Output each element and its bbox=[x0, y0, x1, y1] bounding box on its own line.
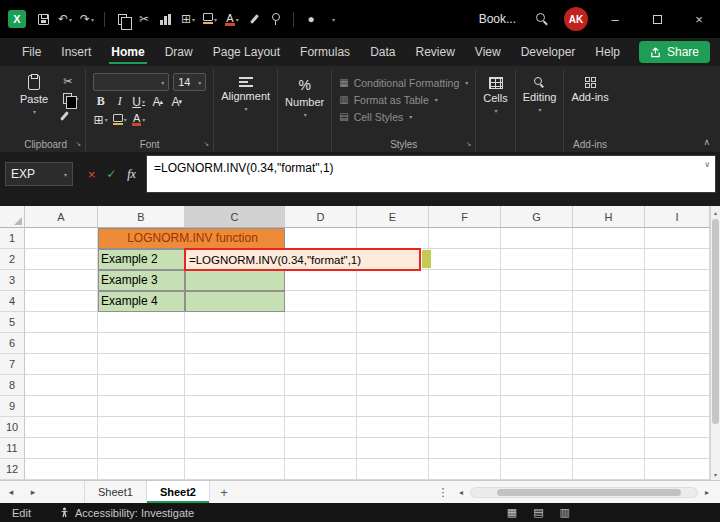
horizontal-scrollbar[interactable]: ◂ ▸ bbox=[454, 481, 714, 503]
column-header-B[interactable]: B bbox=[98, 206, 185, 228]
column-header-I[interactable]: I bbox=[645, 206, 710, 228]
borders-button[interactable]: ⊞▾ bbox=[178, 7, 198, 31]
column-header-A[interactable]: A bbox=[25, 206, 98, 228]
cell-C9[interactable] bbox=[185, 396, 285, 417]
row-header-1[interactable]: 1 bbox=[0, 228, 25, 249]
cell-A5[interactable] bbox=[25, 312, 98, 333]
cell-F8[interactable] bbox=[429, 375, 501, 396]
cell-A10[interactable] bbox=[25, 417, 98, 438]
underline-button[interactable]: U▾ bbox=[131, 94, 146, 109]
close-button[interactable]: × bbox=[678, 0, 720, 38]
cell-A2[interactable] bbox=[25, 249, 98, 270]
cell-F7[interactable] bbox=[429, 354, 501, 375]
cell-D8[interactable] bbox=[285, 375, 357, 396]
cell-H4[interactable] bbox=[573, 291, 645, 312]
cell-B2[interactable]: Example 2 bbox=[98, 249, 185, 270]
addins-button[interactable]: Add-ins bbox=[571, 71, 608, 103]
cell-G7[interactable] bbox=[501, 354, 573, 375]
touch-mode-button[interactable]: ● bbox=[301, 7, 321, 31]
cell-B6[interactable] bbox=[98, 333, 185, 354]
font-size-select[interactable]: 14▾ bbox=[173, 73, 206, 91]
cell-A7[interactable] bbox=[25, 354, 98, 375]
clipboard-dialog-launcher[interactable]: ↘ bbox=[75, 140, 81, 148]
cell-C12[interactable] bbox=[185, 459, 285, 480]
cell-F2[interactable] bbox=[429, 249, 501, 270]
menu-tab-page-layout[interactable]: Page Layout bbox=[203, 38, 290, 66]
cell-H10[interactable] bbox=[573, 417, 645, 438]
chart-button[interactable] bbox=[156, 7, 176, 31]
cell-D1[interactable] bbox=[285, 228, 357, 249]
cell-F9[interactable] bbox=[429, 396, 501, 417]
cell-E3[interactable] bbox=[357, 270, 429, 291]
cell-G2[interactable] bbox=[501, 249, 573, 270]
cell-C4[interactable] bbox=[185, 291, 285, 312]
menu-tab-help[interactable]: Help bbox=[585, 38, 630, 66]
cell-H7[interactable] bbox=[573, 354, 645, 375]
cell-C10[interactable] bbox=[185, 417, 285, 438]
cell-G6[interactable] bbox=[501, 333, 573, 354]
scroll-left-icon[interactable]: ◂ bbox=[454, 488, 468, 497]
cell-H5[interactable] bbox=[573, 312, 645, 333]
cut-button[interactable]: ✂ bbox=[134, 7, 154, 31]
cell-E10[interactable] bbox=[357, 417, 429, 438]
horizontal-scroll-thumb[interactable] bbox=[497, 489, 681, 496]
menu-tab-data[interactable]: Data bbox=[360, 38, 405, 66]
cell-G1[interactable] bbox=[501, 228, 573, 249]
undo-button[interactable]: ↶▾ bbox=[55, 7, 75, 31]
cell-G5[interactable] bbox=[501, 312, 573, 333]
menu-tab-review[interactable]: Review bbox=[405, 38, 464, 66]
row-header-12[interactable]: 12 bbox=[0, 459, 25, 480]
cell-I6[interactable] bbox=[645, 333, 710, 354]
cell-F5[interactable] bbox=[429, 312, 501, 333]
cell-I12[interactable] bbox=[645, 459, 710, 480]
cell-B8[interactable] bbox=[98, 375, 185, 396]
cell-C11[interactable] bbox=[185, 438, 285, 459]
cell-I1[interactable] bbox=[645, 228, 710, 249]
number-button[interactable]: % Number ▾ bbox=[285, 71, 324, 118]
fill-color-button[interactable]: ▾ bbox=[112, 112, 127, 127]
cell-I11[interactable] bbox=[645, 438, 710, 459]
cell-H8[interactable] bbox=[573, 375, 645, 396]
column-header-H[interactable]: H bbox=[573, 206, 645, 228]
cell-A3[interactable] bbox=[25, 270, 98, 291]
cell-E1[interactable] bbox=[357, 228, 429, 249]
cell-G9[interactable] bbox=[501, 396, 573, 417]
vertical-scrollbar[interactable]: ▴ ▾ bbox=[710, 206, 720, 480]
cancel-button[interactable]: × bbox=[83, 167, 100, 182]
cell-I9[interactable] bbox=[645, 396, 710, 417]
formula-edit-overlay[interactable]: =LOGNORM.INV(0.34,"format",1) bbox=[184, 248, 421, 271]
cell-D7[interactable] bbox=[285, 354, 357, 375]
scroll-up-icon[interactable]: ▴ bbox=[711, 206, 720, 218]
cell-H9[interactable] bbox=[573, 396, 645, 417]
cells-button[interactable]: Cells ▾ bbox=[483, 71, 507, 114]
font-name-select[interactable]: ▾ bbox=[93, 73, 169, 91]
cell-I5[interactable] bbox=[645, 312, 710, 333]
cell-A6[interactable] bbox=[25, 333, 98, 354]
format-painter-button[interactable] bbox=[244, 7, 264, 31]
cell-B12[interactable] bbox=[98, 459, 185, 480]
increase-font-button[interactable]: A▴ bbox=[150, 94, 165, 109]
column-header-E[interactable]: E bbox=[357, 206, 429, 228]
copy-button[interactable]: ▾ bbox=[63, 92, 78, 105]
format-painter-button[interactable] bbox=[63, 109, 78, 122]
row-header-8[interactable]: 8 bbox=[0, 375, 25, 396]
cell-F1[interactable] bbox=[429, 228, 501, 249]
cell-G10[interactable] bbox=[501, 417, 573, 438]
cell-C2[interactable]: =LOGNORM.INV(0.34,"format",1) bbox=[185, 249, 285, 270]
cell-D12[interactable] bbox=[285, 459, 357, 480]
normal-view-button[interactable]: ▦ bbox=[507, 506, 517, 519]
cell-A11[interactable] bbox=[25, 438, 98, 459]
cell-G4[interactable] bbox=[501, 291, 573, 312]
row-header-10[interactable]: 10 bbox=[0, 417, 25, 438]
formula-input[interactable]: =LOGNORM.INV(0.34,"format",1) ∨ bbox=[146, 155, 716, 193]
cell-F4[interactable] bbox=[429, 291, 501, 312]
row-header-5[interactable]: 5 bbox=[0, 312, 25, 333]
cell-E11[interactable] bbox=[357, 438, 429, 459]
cell-G3[interactable] bbox=[501, 270, 573, 291]
cell-F3[interactable] bbox=[429, 270, 501, 291]
scroll-right-icon[interactable]: ▸ bbox=[700, 488, 714, 497]
cell-E5[interactable] bbox=[357, 312, 429, 333]
copy-button[interactable] bbox=[112, 7, 132, 31]
cut-button[interactable]: ✂ bbox=[63, 75, 78, 88]
cell-E8[interactable] bbox=[357, 375, 429, 396]
